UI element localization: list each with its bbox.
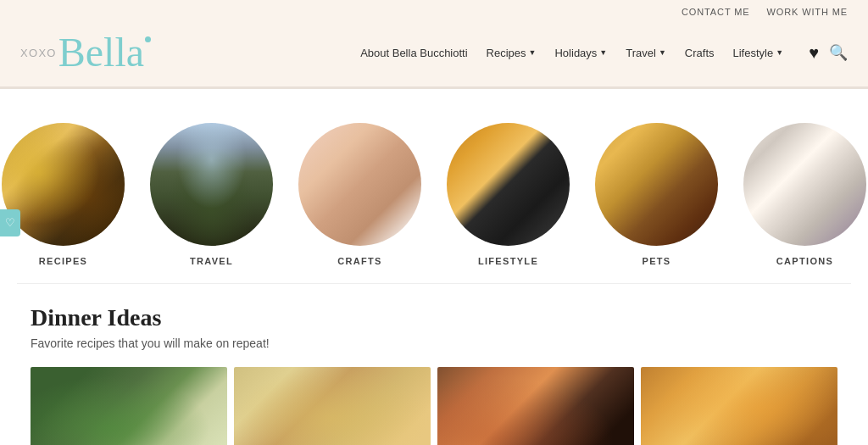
category-circle-crafts [298,123,421,246]
category-circle-captions [743,123,866,246]
floating-heart-icon: ♡ [5,216,15,230]
main-navigation: About Bella Bucchiotti Recipes ▼ Holiday… [360,43,848,63]
work-with-me-link[interactable]: WORK WITH ME [767,7,849,17]
recipe-card-3[interactable] [437,367,634,445]
favorites-icon[interactable]: ♥ [809,43,819,63]
category-item-pets[interactable]: PETS [595,123,718,266]
logo[interactable]: XOXO Bella [20,32,151,73]
nav-recipes[interactable]: Recipes ▼ [487,47,537,59]
contact-me-link[interactable]: CONTACT ME [682,7,750,17]
category-label-recipes: RECIPES [39,256,88,266]
category-item-lifestyle[interactable]: LIFESTYLE [447,123,570,266]
category-label-captions: CAPTIONS [776,256,833,266]
nav-crafts[interactable]: Crafts [685,47,715,59]
logo-xoxo: XOXO [20,47,57,59]
nav-holidays-arrow: ▼ [599,48,607,57]
category-label-crafts: CRAFTS [337,256,382,266]
nav-holidays[interactable]: Holidays ▼ [554,47,607,59]
nav-travel-arrow: ▼ [659,48,666,57]
logo-dot [145,36,151,42]
category-label-pets: PETS [642,256,670,266]
categories-section: RECIPES TRAVEL CRAFTS LIFESTYLE PETS CAP… [0,89,868,283]
nav-lifestyle[interactable]: Lifestyle ▼ [733,47,784,59]
category-item-captions[interactable]: CAPTIONS [743,123,866,266]
category-circle-pets [595,123,718,246]
top-bar: CONTACT ME WORK WITH ME [0,0,868,24]
recipe-card-1[interactable] [31,367,227,445]
search-icon[interactable]: 🔍 [829,43,848,62]
nav-travel[interactable]: Travel ▼ [626,47,666,59]
main-header: XOXO Bella About Bella Bucchiotti Recipe… [0,24,868,86]
logo-bella: Bella [58,32,151,73]
floating-heart-button[interactable]: ♡ [0,209,20,236]
category-item-crafts[interactable]: CRAFTS [298,123,421,266]
category-circle-travel [150,123,273,246]
recipe-grid [31,367,837,445]
nav-lifestyle-arrow: ▼ [776,48,783,57]
category-label-travel: TRAVEL [190,256,233,266]
category-item-travel[interactable]: TRAVEL [150,123,273,266]
dinner-title: Dinner Ideas [31,304,837,331]
dinner-subtitle: Favorite recipes that you will make on r… [31,337,837,350]
recipe-card-2[interactable] [234,367,431,445]
nav-icons: ♥ 🔍 [809,43,848,63]
category-circle-lifestyle [447,123,570,246]
recipe-card-4[interactable] [641,367,837,445]
nav-about[interactable]: About Bella Bucchiotti [360,47,467,59]
category-label-lifestyle: LIFESTYLE [478,256,538,266]
nav-recipes-arrow: ▼ [529,48,537,57]
category-item-recipes[interactable]: RECIPES [2,123,125,266]
dinner-section: Dinner Ideas Favorite recipes that you w… [0,284,868,445]
